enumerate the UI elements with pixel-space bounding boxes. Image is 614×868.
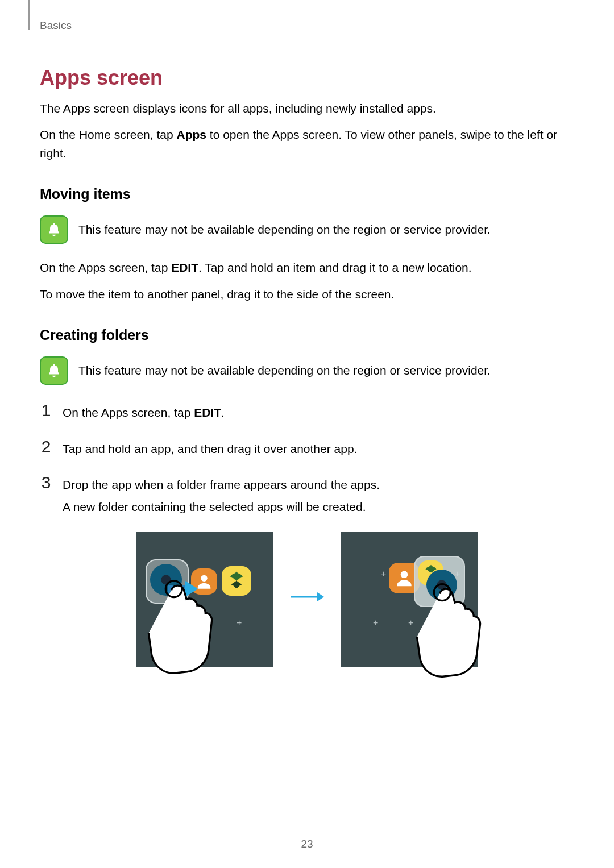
text-fragment: Drop the app when a folder frame appears… <box>63 476 574 495</box>
text-fragment: On the Apps screen, tap <box>63 406 194 419</box>
text-fragment: A new folder containing the selected app… <box>63 498 574 517</box>
moving-paragraph-1: On the Apps screen, tap EDIT. Tap and ho… <box>40 259 574 277</box>
step-number: 2 <box>40 438 52 459</box>
edit-label: EDIT <box>171 261 198 274</box>
bell-icon <box>40 356 68 385</box>
plus-icon: + <box>373 616 378 630</box>
edit-label: EDIT <box>194 406 221 419</box>
text-fragment: On the Apps screen, tap <box>40 261 171 274</box>
step-text: Drop the app when a folder frame appears… <box>63 474 574 516</box>
step-text: Tap and hold an app, and then drag it ov… <box>63 438 574 459</box>
step-text: On the Apps screen, tap EDIT. <box>63 402 574 422</box>
arrow-right-icon <box>185 581 198 597</box>
plus-icon: + <box>237 616 242 630</box>
step-number: 1 <box>40 402 52 422</box>
intro-paragraph-2: On the Home screen, tap Apps to open the… <box>40 126 574 163</box>
note-row: This feature may not be available depend… <box>40 356 574 385</box>
plus-icon: + <box>381 567 386 582</box>
ordered-steps: 1 On the Apps screen, tap EDIT. 2 Tap an… <box>40 402 574 516</box>
list-item: 3 Drop the app when a folder frame appea… <box>40 474 574 516</box>
drag-indicator-icon <box>168 585 185 593</box>
plus-icon: + <box>201 616 206 630</box>
folder-illustration: + + + + <box>40 532 574 667</box>
section-moving-items: Moving items <box>40 183 574 205</box>
plus-icon: + <box>408 616 413 630</box>
page-title: Apps screen <box>40 62 574 94</box>
note-row: This feature may not be available depend… <box>40 215 574 244</box>
breadcrumb: Basics <box>40 17 72 34</box>
section-creating-folders: Creating folders <box>40 324 574 346</box>
arrow-right-icon <box>290 590 324 609</box>
list-item: 2 Tap and hold an app, and then drag it … <box>40 438 574 459</box>
note-text: This feature may not be available depend… <box>78 362 491 380</box>
list-item: 1 On the Apps screen, tap EDIT. <box>40 402 574 422</box>
svg-point-3 <box>401 571 408 579</box>
step-number: 3 <box>40 474 52 516</box>
text-fragment: . Tap and hold an item and drag it to a … <box>198 261 472 274</box>
note-text: This feature may not be available depend… <box>78 221 491 239</box>
main-content: Apps screen The Apps screen displays ico… <box>40 9 574 667</box>
apps-label: Apps <box>176 128 206 141</box>
illustration-panel-left: + + + + <box>136 532 273 667</box>
bell-icon <box>40 215 68 244</box>
camera-app-icon <box>426 570 457 600</box>
header-rule <box>28 0 30 30</box>
svg-point-0 <box>201 575 207 582</box>
moving-paragraph-2: To move the item to another panel, drag … <box>40 285 574 304</box>
intro-paragraph-1: The Apps screen displays icons for all a… <box>40 99 574 118</box>
text-fragment: . <box>221 406 225 419</box>
text-fragment: On the Home screen, tap <box>40 128 176 141</box>
page-number: 23 <box>0 836 614 852</box>
illustration-panel-right: + + + + + <box>341 532 478 667</box>
gallery-app-icon <box>222 566 251 596</box>
